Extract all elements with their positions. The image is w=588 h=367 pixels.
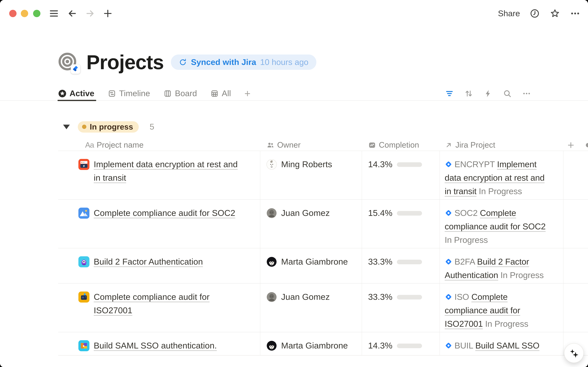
completion-value: 15.4% bbox=[368, 206, 392, 247]
jira-sync-badge[interactable]: Synced with Jira 10 hours ago bbox=[171, 55, 316, 70]
status-pill-in-progress[interactable]: In progress bbox=[78, 121, 139, 133]
project-name-link[interactable]: Complete compliance audit for ISO27001 bbox=[94, 290, 245, 331]
table-row: Implement data encryption at rest and in… bbox=[58, 151, 588, 200]
lightning-icon[interactable] bbox=[484, 89, 492, 98]
jira-logo-icon bbox=[71, 64, 80, 74]
progress-bar bbox=[397, 211, 422, 216]
jira-project-cell[interactable]: ISO Complete compliance audit for ISO270… bbox=[440, 284, 563, 332]
project-name-link[interactable]: Complete compliance audit for SOC2 bbox=[94, 206, 235, 247]
project-name-cell[interactable]: Implement data encryption at rest and in… bbox=[58, 151, 260, 199]
page-content: Projects Synced with Jira 10 hours ago A… bbox=[0, 27, 588, 367]
project-name-cell[interactable]: Build SAML SSO authentication. bbox=[58, 332, 260, 356]
column-header-completion[interactable]: Completion bbox=[362, 140, 440, 150]
table-row: Complete compliance audit for ISO27001 J… bbox=[58, 284, 588, 332]
project-name-link[interactable]: Build SAML SSO authentication. bbox=[94, 339, 217, 356]
sidebar-menu-icon[interactable] bbox=[48, 8, 59, 19]
column-header-project-name[interactable]: Aa Project name bbox=[58, 140, 260, 150]
share-button[interactable]: Share bbox=[498, 9, 520, 18]
jira-key: ISO bbox=[455, 292, 469, 302]
progress-bar bbox=[397, 295, 422, 300]
owner-name: Ming Roberts bbox=[281, 158, 332, 198]
avatar bbox=[266, 257, 277, 267]
tab-timeline[interactable]: Timeline bbox=[108, 86, 150, 100]
add-column-icon[interactable] bbox=[563, 141, 575, 149]
completion-cell[interactable]: 14.3% bbox=[362, 151, 440, 199]
project-name-link[interactable]: Build 2 Factor Authentication bbox=[94, 255, 203, 282]
jira-status: In Progress bbox=[445, 235, 488, 245]
favorite-star-icon[interactable] bbox=[549, 8, 560, 19]
chart-icon bbox=[368, 141, 376, 149]
jira-key: B2FA bbox=[455, 257, 475, 267]
owner-cell[interactable]: Ming Roberts bbox=[260, 151, 362, 199]
people-icon bbox=[266, 141, 274, 149]
completion-cell[interactable]: 15.4% bbox=[362, 200, 440, 248]
column-header-jira-project[interactable]: Jira Project bbox=[440, 140, 563, 150]
ai-sparkle-button[interactable] bbox=[564, 343, 584, 363]
completion-cell[interactable]: 14.3% bbox=[362, 332, 440, 356]
completion-cell[interactable]: 33.3% bbox=[362, 248, 440, 283]
forward-icon[interactable] bbox=[84, 8, 96, 19]
collapse-triangle-icon[interactable] bbox=[63, 125, 70, 129]
group-count: 5 bbox=[149, 122, 154, 132]
table-row: Build 2 Factor Authentication Marta Giam… bbox=[58, 248, 588, 284]
table-body: Implement data encryption at rest and in… bbox=[58, 151, 588, 356]
avatar bbox=[266, 292, 277, 302]
app-window: Share Projects Synced with J bbox=[0, 0, 588, 367]
jira-key: SOC2 bbox=[455, 208, 478, 218]
jira-project-cell[interactable]: ENCRYPT Implement data encryption at res… bbox=[440, 151, 563, 199]
completion-value: 14.3% bbox=[368, 339, 392, 356]
new-tab-icon[interactable] bbox=[102, 8, 113, 19]
jira-issue-icon bbox=[445, 291, 452, 299]
tab-all[interactable]: All bbox=[210, 86, 231, 100]
project-name-cell[interactable]: Complete compliance audit for ISO27001 bbox=[58, 284, 260, 332]
progress-bar bbox=[397, 162, 422, 167]
owner-name: Juan Gomez bbox=[281, 206, 330, 247]
group-status-label: In progress bbox=[90, 122, 133, 132]
page-title: Projects bbox=[86, 51, 164, 73]
filter-icon[interactable] bbox=[445, 89, 454, 98]
titlebar-actions: Share bbox=[498, 0, 581, 27]
progress-bar bbox=[397, 260, 422, 264]
owner-cell[interactable]: Marta Giambrone bbox=[260, 332, 362, 356]
minimize-window-button[interactable] bbox=[21, 10, 28, 17]
row-spacer-cell bbox=[563, 248, 588, 283]
owner-cell[interactable]: Juan Gomez bbox=[260, 200, 362, 248]
column-label: Owner bbox=[277, 140, 301, 150]
b2fa-app-icon bbox=[78, 256, 89, 267]
project-name-cell[interactable]: Complete compliance audit for SOC2 bbox=[58, 200, 260, 248]
avatar bbox=[266, 208, 277, 218]
back-icon[interactable] bbox=[67, 8, 78, 19]
tab-board[interactable]: Board bbox=[164, 86, 197, 100]
jira-key: ENCRYPT bbox=[455, 159, 495, 169]
owner-cell[interactable]: Marta Giambrone bbox=[260, 248, 362, 283]
tab-label: Active bbox=[69, 89, 94, 98]
column-label: Project name bbox=[97, 140, 143, 150]
sparkle-icon bbox=[568, 347, 580, 359]
sort-icon[interactable] bbox=[464, 89, 473, 98]
text-property-icon: Aa bbox=[85, 141, 94, 150]
zoom-window-button[interactable] bbox=[33, 10, 41, 17]
owner-cell[interactable]: Juan Gomez bbox=[260, 284, 362, 332]
more-options-icon[interactable] bbox=[570, 8, 581, 19]
owner-name: Marta Giambrone bbox=[281, 255, 348, 282]
history-clock-icon[interactable] bbox=[529, 8, 540, 19]
add-view-icon[interactable]: + bbox=[244, 86, 250, 100]
tab-label: All bbox=[222, 89, 231, 98]
close-window-button[interactable] bbox=[9, 10, 17, 17]
jira-project-cell[interactable]: BUIL Build SAML SSO authentication. In P… bbox=[440, 332, 563, 356]
page-icon-target[interactable] bbox=[58, 52, 78, 72]
table-header-row: Aa Project name Owner Completion Jira Pr… bbox=[58, 139, 588, 151]
project-name-cell[interactable]: Build 2 Factor Authentication bbox=[58, 248, 260, 283]
tab-active[interactable]: Active bbox=[58, 86, 94, 100]
column-header-owner[interactable]: Owner bbox=[260, 140, 362, 150]
table-row: Build SAML SSO authentication. Marta Gia… bbox=[58, 332, 588, 356]
owner-name: Marta Giambrone bbox=[281, 339, 348, 356]
jira-project-cell[interactable]: B2FA Build 2 Factor Authentication In Pr… bbox=[440, 248, 563, 283]
jira-project-cell[interactable]: SOC2 Complete compliance audit for SOC2 … bbox=[440, 200, 563, 248]
completion-cell[interactable]: 33.3% bbox=[362, 284, 440, 332]
avatar bbox=[266, 159, 277, 170]
project-name-link[interactable]: Implement data encryption at rest and in… bbox=[94, 158, 245, 198]
view-more-icon[interactable] bbox=[522, 89, 531, 98]
jira-status: In Progress bbox=[501, 270, 544, 280]
search-icon[interactable] bbox=[503, 89, 512, 98]
